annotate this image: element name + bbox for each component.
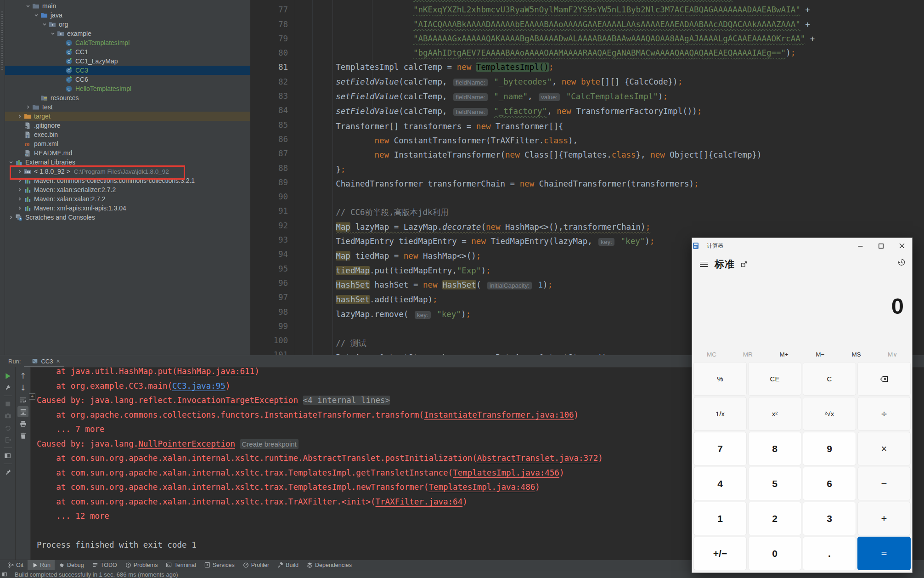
pin-button[interactable] — [2, 466, 13, 477]
calc-button-item[interactable]: = — [857, 537, 911, 570]
stack-trace-link[interactable]: HashMap.java:611 — [177, 367, 255, 376]
calc-button-backspace[interactable] — [857, 362, 911, 396]
chevron-right-icon[interactable] — [16, 112, 24, 121]
tree-item-cc1-lazymap[interactable]: CCC1_LazyMap — [5, 57, 250, 66]
tree-item-external-libraries[interactable]: External Libraries — [5, 158, 250, 167]
memory-button-mr[interactable]: MR — [730, 347, 766, 361]
chevron-right-icon[interactable] — [16, 194, 24, 204]
tree-item-1-8-0-92[interactable]: < 1.8.0_92 >C:\Program Files\Java\jdk1.8… — [5, 167, 250, 176]
calculator-titlebar[interactable]: 计算器 — [692, 238, 912, 254]
chevron-right-icon[interactable] — [16, 167, 24, 176]
restart-debug-button[interactable] — [2, 422, 13, 433]
tree-item-gitignore[interactable]: .gitignore — [5, 121, 250, 130]
wrench-button[interactable] — [2, 382, 13, 393]
calc-button-2[interactable]: 2 — [748, 502, 801, 535]
calc-button-c[interactable]: C — [803, 362, 856, 396]
tree-item-maven-xalan-serializer-2-7-2[interactable]: Maven: xalan:serializer:2.7.2 — [5, 185, 250, 194]
tree-item-hellotemplatesimpl[interactable]: CHelloTemplatesImpl — [5, 84, 250, 93]
stack-trace-link[interactable]: CC3.java:95 — [172, 381, 225, 391]
close-button[interactable] — [891, 238, 912, 254]
calc-button-item[interactable]: % — [693, 362, 747, 396]
chevron-down-icon[interactable] — [49, 29, 57, 38]
chevron-down-icon[interactable] — [32, 11, 40, 20]
scroll-end-button[interactable] — [17, 406, 28, 417]
maximize-button[interactable] — [871, 238, 891, 254]
calc-button-3[interactable]: 3 — [803, 502, 856, 535]
minimize-button[interactable] — [850, 238, 871, 254]
tree-item-org[interactable]: org — [5, 20, 250, 29]
calc-button-x[interactable]: x² — [748, 397, 801, 431]
tree-item-cc3[interactable]: CCC3 — [5, 66, 250, 75]
chevron-right-icon[interactable] — [16, 176, 24, 185]
toolwindow-tab-build[interactable]: Build — [273, 560, 303, 570]
toolwindow-tab-todo[interactable]: TODO — [88, 560, 121, 570]
toolwindow-tab-dependencies[interactable]: Dependencies — [303, 560, 356, 570]
rerun-button[interactable] — [2, 370, 13, 381]
calc-button-5[interactable]: 5 — [748, 467, 801, 500]
toolwindow-tab-terminal[interactable]: Terminal — [162, 560, 200, 570]
soft-wrap-button[interactable] — [17, 394, 28, 405]
calc-button-item[interactable]: × — [857, 432, 911, 465]
chevron-down-icon[interactable] — [24, 1, 32, 11]
calc-button-item[interactable]: . — [803, 537, 856, 570]
arrow-down-button[interactable]: ↓ — [17, 382, 28, 393]
calc-button-8[interactable]: 8 — [748, 432, 801, 465]
stop-button[interactable] — [2, 398, 13, 409]
keep-on-top-icon[interactable] — [740, 261, 748, 268]
tree-item-java[interactable]: java — [5, 11, 250, 20]
tree-item-maven-xalan-xalan-2-7-2[interactable]: Maven: xalan:xalan:2.7.2 — [5, 194, 250, 204]
camera-button[interactable] — [2, 410, 13, 421]
toolwindow-tab-profiler[interactable]: Profiler — [239, 560, 274, 570]
tree-item-cc1[interactable]: CCC1 — [5, 47, 250, 57]
history-icon[interactable] — [897, 258, 906, 268]
memory-button-ms[interactable]: MS — [838, 347, 874, 361]
toolwindow-tab-debug[interactable]: Debug — [55, 560, 88, 570]
printer-button[interactable] — [17, 418, 28, 429]
calc-button-4[interactable]: 4 — [693, 467, 747, 500]
calc-button-0[interactable]: 0 — [748, 537, 801, 570]
calc-button-6[interactable]: 6 — [803, 467, 856, 500]
toolwindow-tab-run[interactable]: Run — [28, 560, 55, 570]
tree-item-example[interactable]: example — [5, 29, 250, 38]
calc-button-9[interactable]: 9 — [803, 432, 856, 465]
tree-item-cc6[interactable]: CCC6 — [5, 75, 250, 84]
tree-item-maven-commons-collections-commons-collections-3-2-1[interactable]: Maven: commons-collections:commons-colle… — [5, 176, 250, 185]
stack-trace-link[interactable]: TrAXFilter.java:64 — [376, 497, 463, 506]
calc-button-1-x[interactable]: 1/x — [693, 397, 747, 431]
stack-trace-link[interactable]: NullPointerException — [138, 439, 235, 448]
calc-button-7[interactable]: 7 — [693, 432, 747, 465]
toolwindow-tab-git[interactable]: Git — [4, 560, 28, 570]
toolwindow-tab-services[interactable]: Services — [200, 560, 239, 570]
stack-trace-link[interactable]: InvocationTargetException — [177, 396, 298, 405]
trash-button[interactable] — [17, 430, 28, 441]
arrow-up-button[interactable]: ↑ — [17, 370, 28, 381]
tree-item-resources[interactable]: resources — [5, 93, 250, 102]
tree-item-test[interactable]: test — [5, 102, 250, 112]
tree-item-readme-md[interactable]: MDREADME.md — [5, 148, 250, 158]
memory-button-m[interactable]: M+ — [766, 347, 802, 361]
menu-burger-icon[interactable] — [700, 262, 708, 267]
tree-item-scratches-and-consoles[interactable]: Scratches and Consoles — [5, 213, 250, 222]
exit-button[interactable] — [2, 434, 13, 445]
chevron-right-icon[interactable] — [7, 213, 15, 222]
tree-item-pom-xml[interactable]: mpom.xml — [5, 139, 250, 148]
stack-trace-link[interactable]: AbstractTranslet.java:372 — [477, 453, 598, 463]
stack-trace-link[interactable]: InstantiateTransformer.java:106 — [424, 410, 574, 419]
layout-button[interactable] — [2, 450, 13, 461]
memory-button-m[interactable]: M∨ — [874, 347, 911, 361]
calc-button-ce[interactable]: CE — [748, 362, 801, 396]
chevron-down-icon[interactable] — [40, 20, 49, 29]
close-tab-icon[interactable]: × — [56, 357, 60, 365]
toolwindow-tab-problems[interactable]: Problems — [121, 560, 162, 570]
calc-button-item[interactable]: + — [857, 502, 911, 535]
stack-trace-link[interactable]: TemplatesImpl.java:456 — [453, 468, 559, 477]
chevron-right-icon[interactable] — [16, 204, 24, 213]
tree-item-main[interactable]: main — [5, 1, 250, 11]
chevron-down-icon[interactable] — [7, 158, 15, 167]
calc-button-item[interactable]: − — [857, 467, 911, 500]
memory-button-mc[interactable]: MC — [693, 347, 730, 361]
tree-item-maven-xml-apis-xml-apis-1-3-04[interactable]: Maven: xml-apis:xml-apis:1.3.04 — [5, 204, 250, 213]
calc-button-item[interactable]: ÷ — [857, 397, 911, 431]
tree-item-target[interactable]: target — [5, 112, 250, 121]
calc-button-item[interactable]: +/− — [693, 537, 747, 570]
